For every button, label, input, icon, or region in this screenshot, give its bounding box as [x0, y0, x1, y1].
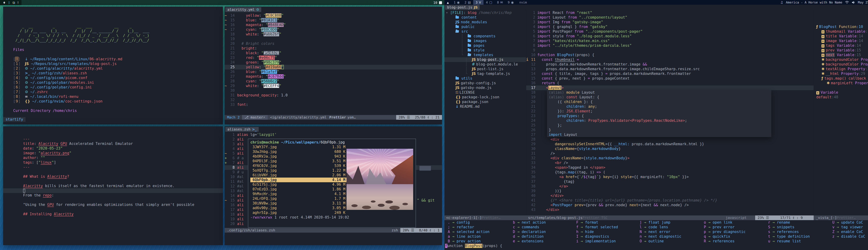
whichkey-binding[interactable]: t → type definition — [767, 234, 810, 239]
whichkey-binding[interactable]: f → format selected — [575, 225, 618, 229]
tree-item[interactable]: utils — [444, 76, 526, 81]
whichkey-binding[interactable]: P → prev error — [702, 225, 746, 229]
picker-file-row[interactable]: aghr5Ip.jpg249 K — [250, 211, 347, 215]
tab-blog-post-js[interactable]: blog-post.js JS — [445, 5, 479, 10]
whichkey-binding[interactable]: i → implementation — [575, 239, 618, 244]
workspace-4[interactable]: 4▢ — [484, 0, 495, 5]
tree-item[interactable]: │ JS post-list.js — [444, 67, 526, 72]
window-markdown-blogpost[interactable]: ---title: Alacritty GPU Accelerated Term… — [3, 126, 223, 245]
symbol-outline-pane[interactable]: ƒ BlogPost Function:10xthumbnail Variabl… — [814, 10, 868, 216]
whichkey-binding[interactable]: a → line action — [446, 234, 490, 239]
picker-file-row[interactable]: 4Y6C0JV.jpg539 K — [250, 164, 347, 168]
startify-entry[interactable]: [8] ≡ ~/.local/bin/rofi-menu — [13, 94, 152, 99]
whichkey-binding[interactable]: b → next action — [511, 220, 546, 225]
startify-entry[interactable]: [0] ↓ ~/Repos/blog/content/Linux/06-alac… — [13, 57, 152, 61]
whichkey-binding[interactable]: z → disable CoC — [831, 234, 865, 239]
tree-item[interactable]: JS gatsby-config.js — [444, 81, 526, 85]
tree-item[interactable]: │ # blog-post.module.le — [444, 62, 526, 67]
symbol-item[interactable]: xprev Variable:15 — [814, 48, 868, 53]
whichkey-binding[interactable]: o → open link — [702, 220, 746, 225]
tree-item[interactable]: │ JS blog-post.js — [444, 57, 526, 62]
startify-entry[interactable]: [7] ⚙ ~/.zshrc — [13, 90, 152, 94]
window-startify[interactable]: _ __ _ __ ___ __ _ / |/ /__ ___ (_)_ __ … — [3, 7, 223, 124]
picker-file-row[interactable]: 30iNVBw.jpg3.11 M — [250, 201, 347, 206]
workspace-3[interactable]: 3V — [473, 0, 484, 5]
picker-file-row[interactable]: 9hMxcHr.jpg4.1 M — [250, 192, 347, 196]
whichkey-binding[interactable]: O → outline — [638, 239, 681, 244]
symbol-item[interactable]: ƒ tags.map() callback Functi — [814, 76, 868, 81]
workspace-9[interactable]: 9◉ — [505, 0, 516, 5]
whichkey-binding[interactable]: s → references — [767, 229, 810, 234]
symbol-item[interactable]: ✱ __html Property:29 — [814, 72, 868, 76]
startify-entry[interactable]: [6] ⚙ ~/.config/polybar/config.ini — [13, 85, 152, 90]
whichkey-binding[interactable]: R → references — [702, 239, 746, 244]
whichkey-binding[interactable]: d → definition — [511, 234, 546, 239]
whichkey-binding[interactable]: p → prev diagnostic — [702, 229, 746, 234]
code-pane[interactable]: 1import React from "react" 2import Layou… — [526, 10, 814, 216]
whichkey-binding[interactable]: c → commands — [511, 225, 546, 229]
picker-file-row[interactable]: 3UwJhbg.jpg680 K — [250, 149, 347, 154]
picker-file-row[interactable]: 07nEzQ3.jpg1.86 M — [250, 187, 347, 192]
picker-file-row[interactable]: 4bORVJa.jpg943 K — [250, 154, 347, 159]
startify-entry[interactable]: [1] JS ~/Repos/blog/src/templates/blog-p… — [13, 61, 152, 66]
tree-item[interactable]: public — [444, 25, 526, 29]
tree-item[interactable]: JS gatsby-node.js — [444, 85, 526, 90]
volume-icon[interactable] — [852, 1, 855, 4]
picker-file-row[interactable]: 6QbF0pb.jpg4.14 M — [250, 177, 347, 182]
symbol-item[interactable]: xthumbnail Variable:11 — [814, 29, 868, 34]
tree-item[interactable]: {} package.json — [444, 100, 526, 104]
picker-file-row[interactable]: ad6v90y.jpg3.05 M — [250, 206, 347, 211]
file-picker-float[interactable]: chris@machine ~/Pics/wallpapers/6QbF0pb.… — [248, 139, 416, 228]
tab-alacritty-yml[interactable]: alacritty.yml⚙ — [225, 7, 261, 12]
tree-item[interactable]: └ templates — [444, 53, 526, 57]
tree-item[interactable]: src — [444, 29, 526, 34]
picker-file-row[interactable]: 6iibVNY.jpg2.06 M — [250, 173, 347, 177]
whichkey-binding[interactable]: v → tag viewer — [831, 225, 865, 229]
tree-item[interactable]: │ style — [444, 48, 526, 53]
whichkey-binding[interactable]: j → float jump — [638, 220, 681, 225]
picker-file-row[interactable]: 5oXQT7g.jpg1.22 M — [250, 168, 347, 173]
whichkey-binding[interactable]: l → code lens — [638, 225, 681, 229]
symbol-item[interactable]: ✱ marginLeft Property:36 — [814, 81, 868, 85]
symbol-item[interactable]: xtitle Variable:14 — [814, 34, 868, 38]
tree-item[interactable]: ↓ README.md — [444, 104, 526, 109]
tree-item[interactable]: │ images — [444, 38, 526, 43]
startify-entry[interactable]: [2] ⚙ ~/.config/alacritty/alacritty.yml — [13, 66, 152, 71]
file-explorer-pane[interactable]: ▾ [FILE]: blog /home/chris/Rep contentJS… — [444, 10, 526, 216]
startify-entry[interactable]: [4] ⚙ ~/.config/picom/picom.conf — [13, 76, 152, 80]
workspace-2[interactable]: 2▤ — [462, 0, 473, 5]
tree-item[interactable]: ⚿ LICENSE — [444, 90, 526, 95]
symbol-item[interactable]: ✱ backgroundColor Property: — [814, 57, 868, 62]
whichkey-binding[interactable]: e → extensions — [511, 239, 546, 244]
system-tray[interactable]: ♦ᛒ⧉! — [0, 0, 22, 5]
symbol-item[interactable]: xnext Variable:15 — [814, 53, 868, 57]
startify-entry[interactable]: [9] {} ~/.config/nvim/coc-settings.json — [13, 99, 152, 104]
whichkey-binding[interactable]: n → next diagnostic — [638, 234, 681, 239]
tree-item[interactable]: content — [444, 15, 526, 20]
symbol-item[interactable]: ✱ backgroundColor Property: — [814, 62, 868, 67]
alert-icon[interactable]: ! — [18, 1, 19, 4]
picker-file-row[interactable]: 24LrDFQ.jpg1.7 M — [250, 196, 347, 201]
tab-aliases-zsh[interactable]: aliases.zsh>_ — [225, 127, 259, 132]
workspace-8[interactable]: 8✉ — [495, 0, 505, 5]
whichkey-binding[interactable]: B → prev action — [446, 239, 490, 244]
whichkey-binding[interactable]: F → format — [575, 220, 618, 225]
whichkey-binding[interactable]: u → resume list — [767, 239, 810, 244]
whichkey-binding[interactable]: h → hide — [575, 229, 618, 234]
symbol-item[interactable]: default:48 — [814, 95, 868, 100]
window-alacritty-yml[interactable]: alacritty.yml⚙~14 yellow: "#EBCB8B"~15 b… — [225, 7, 442, 124]
tree-item[interactable]: │ pages — [444, 43, 526, 48]
whichkey-binding[interactable]: . → config — [446, 220, 490, 225]
symbol-item[interactable]: ✱ textAlign Property:25 — [814, 67, 868, 72]
whichkey-binding[interactable]: ; → refactor — [446, 225, 490, 229]
workspace-1[interactable]: 1◉ — [451, 0, 462, 5]
picker-file-row[interactable]: 04PDl3F.jpg3.51 M — [250, 159, 347, 164]
whichkey-binding[interactable]: U → update CoC — [831, 220, 865, 225]
display-icon[interactable]: ⧉ — [12, 1, 15, 5]
tree-item[interactable]: ▾ [FILE]: blog /home/chris/Rep — [444, 10, 526, 15]
whichkey-binding[interactable]: Z → enable CoC — [831, 229, 865, 234]
whichkey-binding[interactable]: r → rename — [767, 220, 810, 225]
startify-entry[interactable]: [3] >_ ~/.config/zsh/aliases.zsh — [13, 71, 152, 76]
symbol-item[interactable]: ximage Variable:14 — [814, 38, 868, 43]
tree-item[interactable]: └ JS tag-template.js — [444, 72, 526, 76]
